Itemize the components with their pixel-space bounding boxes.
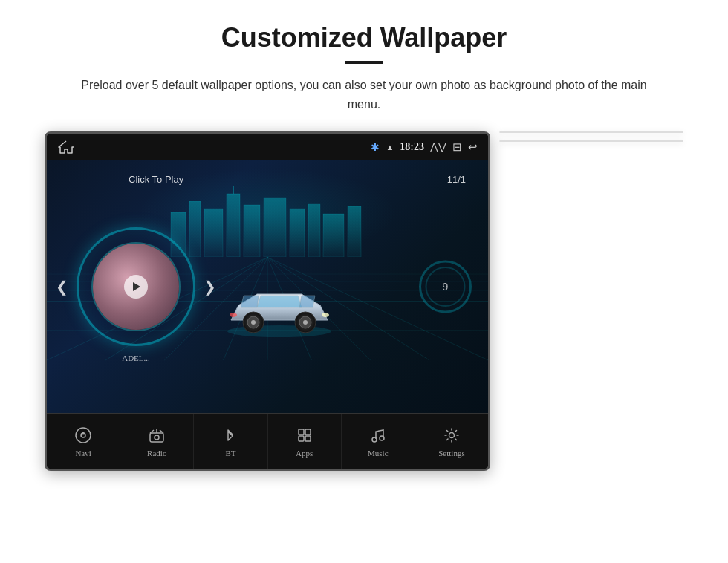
svg-point-40 bbox=[82, 432, 85, 435]
radio-svg-icon bbox=[147, 426, 166, 445]
svg-point-42 bbox=[155, 435, 159, 440]
window-icon: ⊟ bbox=[452, 140, 462, 154]
svg-point-38 bbox=[76, 428, 91, 443]
navi-label: Navi bbox=[75, 449, 91, 458]
home-icon bbox=[57, 140, 75, 154]
play-icon bbox=[133, 282, 140, 291]
svg-rect-18 bbox=[227, 194, 240, 257]
svg-rect-48 bbox=[299, 436, 304, 441]
click-to-play-label: Click To Play bbox=[129, 174, 183, 185]
svg-point-26 bbox=[227, 325, 331, 337]
svg-rect-47 bbox=[305, 429, 311, 435]
svg-rect-24 bbox=[323, 214, 344, 257]
device-screen: ✱ ▲ 18:23 ⋀⋁ ⊟ ↩ bbox=[45, 131, 490, 471]
gauge-display: 9 bbox=[417, 259, 473, 315]
svg-rect-23 bbox=[308, 204, 320, 257]
navi-icon bbox=[73, 425, 94, 446]
ice-cave-thumbnail[interactable] bbox=[499, 131, 683, 133]
bridge-thumbnail[interactable] bbox=[499, 140, 683, 142]
svg-rect-22 bbox=[290, 209, 305, 257]
svg-rect-20 bbox=[244, 205, 260, 257]
nav-item-music[interactable]: Music bbox=[342, 414, 415, 469]
back-icon: ↩ bbox=[468, 140, 478, 154]
svg-rect-25 bbox=[348, 206, 361, 257]
svg-rect-49 bbox=[305, 436, 311, 441]
bt-icon-nav bbox=[220, 425, 241, 446]
svg-point-51 bbox=[380, 436, 384, 440]
nav-item-navi[interactable]: Navi bbox=[47, 414, 120, 469]
apps-label: Apps bbox=[296, 449, 313, 458]
prev-button[interactable]: ❮ bbox=[56, 278, 68, 296]
title-divider bbox=[345, 61, 383, 64]
nav-item-bt[interactable]: BT bbox=[194, 414, 267, 469]
svg-rect-46 bbox=[299, 429, 304, 435]
play-button[interactable] bbox=[124, 275, 148, 299]
bluetooth-icon: ✱ bbox=[371, 141, 380, 154]
nav-item-radio[interactable]: Radio bbox=[120, 414, 194, 469]
status-bar: ✱ ▲ 18:23 ⋀⋁ ⊟ ↩ bbox=[47, 134, 488, 160]
nav-bar: Navi Radio bbox=[47, 413, 488, 469]
music-label: Music bbox=[368, 449, 389, 458]
svg-point-52 bbox=[449, 433, 454, 438]
music-ring-outer bbox=[77, 227, 195, 346]
svg-rect-21 bbox=[264, 198, 286, 257]
svg-point-33 bbox=[322, 313, 329, 317]
car-image bbox=[220, 279, 339, 339]
settings-icon bbox=[441, 425, 462, 446]
svg-point-32 bbox=[251, 320, 256, 325]
svg-point-29 bbox=[303, 320, 308, 325]
signal-icon: ▲ bbox=[386, 143, 394, 152]
gauge-svg: 9 bbox=[417, 259, 473, 315]
settings-label: Settings bbox=[438, 449, 464, 458]
svg-point-34 bbox=[230, 313, 237, 317]
content-area: ✱ ▲ 18:23 ⋀⋁ ⊟ ↩ bbox=[45, 131, 683, 471]
page-subtitle: Preload over 5 default wallpaper options… bbox=[74, 76, 654, 114]
album-art-container bbox=[91, 242, 181, 331]
svg-rect-41 bbox=[150, 433, 163, 442]
next-button[interactable]: ❯ bbox=[204, 278, 216, 296]
nav-item-apps[interactable]: Apps bbox=[268, 414, 342, 469]
side-images bbox=[499, 131, 683, 142]
expand-icon: ⋀⋁ bbox=[430, 141, 446, 153]
album-art bbox=[93, 244, 179, 330]
page-container: Customized Wallpaper Preload over 5 defa… bbox=[0, 0, 728, 563]
settings-svg-icon bbox=[442, 426, 461, 445]
radio-icon bbox=[146, 425, 167, 446]
apps-icon bbox=[294, 425, 315, 446]
status-right: ✱ ▲ 18:23 ⋀⋁ ⊟ ↩ bbox=[371, 140, 478, 154]
bt-label: BT bbox=[225, 449, 235, 458]
svg-text:9: 9 bbox=[443, 281, 449, 293]
time-display: 18:23 bbox=[400, 141, 424, 153]
apps-svg-icon bbox=[295, 426, 314, 445]
radio-label: Radio bbox=[147, 449, 166, 458]
navi-svg-icon bbox=[74, 426, 93, 445]
music-player: ❮ ❯ ADEL... bbox=[77, 227, 195, 346]
svg-point-50 bbox=[372, 437, 377, 442]
music-svg-icon bbox=[368, 426, 388, 445]
bt-svg-icon bbox=[221, 426, 240, 445]
main-display: Click To Play 11/1 ❮ bbox=[47, 160, 488, 413]
nav-item-settings[interactable]: Settings bbox=[415, 414, 488, 469]
date-display: 11/1 bbox=[447, 174, 466, 185]
status-left bbox=[57, 140, 75, 154]
page-title: Customized Wallpaper bbox=[221, 22, 507, 53]
svg-rect-17 bbox=[204, 209, 223, 257]
artist-name: ADEL... bbox=[122, 354, 150, 362]
music-icon bbox=[368, 425, 389, 446]
